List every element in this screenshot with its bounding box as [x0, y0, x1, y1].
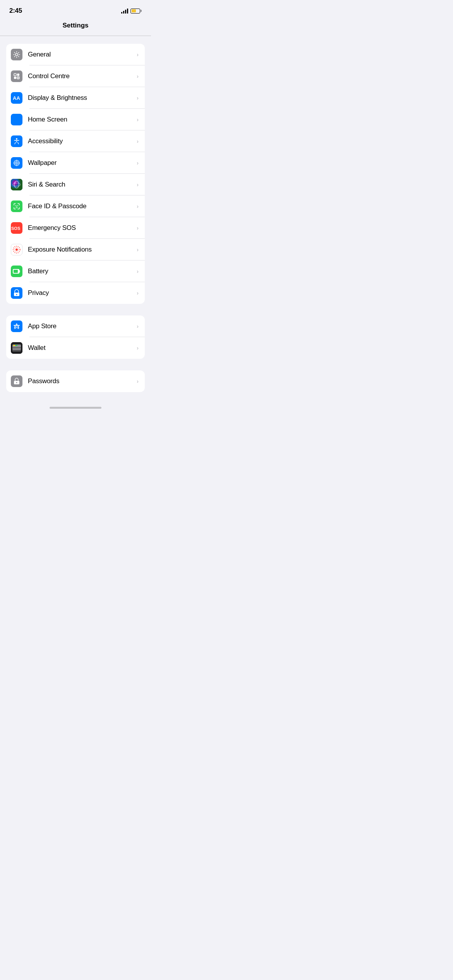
accessibility-label: Accessibility — [28, 137, 134, 145]
battery-icon — [11, 266, 22, 277]
sos-chevron: › — [137, 224, 139, 231]
privacy-icon — [11, 287, 22, 299]
display-chevron: › — [137, 94, 139, 101]
exposure-chevron: › — [137, 246, 139, 253]
passwords-chevron: › — [137, 378, 139, 384]
home-screen-icon — [11, 114, 22, 125]
wallpaper-chevron: › — [137, 159, 139, 166]
svg-point-12 — [16, 165, 17, 166]
general-chevron: › — [137, 51, 139, 58]
svg-rect-23 — [14, 270, 18, 273]
svg-point-7 — [16, 138, 17, 140]
svg-point-25 — [16, 294, 17, 295]
svg-rect-1 — [14, 74, 16, 76]
display-icon: AA — [11, 92, 22, 104]
privacy-label: Privacy — [28, 289, 134, 297]
svg-point-19 — [15, 248, 18, 251]
settings-group-2: App Store › Wallet › — [6, 315, 145, 359]
settings-item-privacy[interactable]: Privacy › — [6, 282, 145, 304]
settings-item-accessibility[interactable]: Accessibility › — [6, 130, 145, 152]
status-icons — [121, 8, 142, 14]
settings-item-faceid[interactable]: Face ID & Passcode › — [6, 195, 145, 217]
siri-label: Siri & Search — [28, 181, 134, 188]
appstore-label: App Store — [28, 322, 134, 330]
svg-point-11 — [16, 160, 17, 161]
settings-item-battery[interactable]: Battery › — [6, 260, 145, 282]
settings-item-wallet[interactable]: Wallet › — [6, 337, 145, 359]
svg-point-14 — [19, 163, 20, 163]
settings-item-exposure[interactable]: Exposure Notifications › — [6, 239, 145, 260]
sos-icon: SOS — [11, 222, 22, 234]
battery-label: Battery — [28, 267, 134, 275]
control-centre-label: Control Centre — [28, 72, 134, 80]
svg-point-0 — [15, 53, 18, 56]
wallpaper-icon — [11, 157, 22, 169]
general-label: General — [28, 51, 134, 58]
battery-status-icon — [130, 9, 142, 14]
home-screen-label: Home Screen — [28, 116, 134, 123]
appstore-icon — [11, 320, 22, 332]
svg-text:SOS: SOS — [11, 226, 20, 231]
control-centre-icon — [11, 70, 22, 82]
faceid-chevron: › — [137, 203, 139, 209]
settings-group-3: Passwords › — [6, 370, 145, 392]
wallet-icon — [11, 342, 22, 354]
wallet-chevron: › — [137, 344, 139, 351]
passwords-label: Passwords — [28, 377, 134, 385]
settings-group-1: General › Control Centre › AA — [6, 44, 145, 304]
svg-rect-3 — [14, 77, 16, 79]
control-centre-chevron: › — [137, 73, 139, 79]
home-bar — [50, 407, 101, 409]
general-icon — [11, 49, 22, 60]
display-label: Display & Brightness — [28, 94, 134, 102]
svg-point-13 — [14, 163, 14, 163]
settings-item-wallpaper[interactable]: Wallpaper › — [6, 152, 145, 174]
settings-item-general[interactable]: General › — [6, 44, 145, 65]
status-time: 2:45 — [9, 7, 22, 15]
siri-chevron: › — [137, 181, 139, 188]
accessibility-chevron: › — [137, 138, 139, 144]
svg-rect-32 — [15, 345, 17, 346]
privacy-chevron: › — [137, 290, 139, 296]
svg-point-34 — [16, 382, 17, 383]
settings-item-appstore[interactable]: App Store › — [6, 315, 145, 337]
svg-rect-30 — [12, 347, 21, 348]
settings-item-sos[interactable]: SOS Emergency SOS › — [6, 217, 145, 239]
faceid-icon — [11, 200, 22, 212]
exposure-label: Exposure Notifications — [28, 246, 134, 254]
settings-item-home-screen[interactable]: Home Screen › — [6, 109, 145, 130]
svg-text:AA: AA — [13, 95, 20, 101]
svg-rect-2 — [17, 74, 19, 76]
sos-label: Emergency SOS — [28, 224, 134, 232]
settings-item-siri[interactable]: Siri & Search › — [6, 174, 145, 195]
settings-item-control-centre[interactable]: Control Centre › — [6, 65, 145, 87]
settings-item-passwords[interactable]: Passwords › — [6, 370, 145, 392]
page-title: Settings — [0, 19, 151, 36]
home-screen-chevron: › — [137, 116, 139, 123]
appstore-chevron: › — [137, 323, 139, 329]
svg-rect-31 — [13, 345, 15, 346]
wallet-label: Wallet — [28, 344, 134, 352]
settings-item-display[interactable]: AA Display & Brightness › — [6, 87, 145, 109]
faceid-label: Face ID & Passcode — [28, 202, 134, 210]
svg-point-5 — [18, 77, 19, 78]
status-bar: 2:45 — [0, 0, 151, 19]
signal-icon — [121, 8, 128, 14]
settings-content: General › Control Centre › AA — [0, 36, 151, 404]
siri-icon — [11, 179, 22, 190]
passwords-icon — [11, 375, 22, 387]
battery-chevron: › — [137, 268, 139, 274]
accessibility-icon — [11, 135, 22, 147]
exposure-icon — [11, 244, 22, 255]
wallpaper-label: Wallpaper — [28, 159, 134, 167]
home-indicator — [0, 404, 151, 411]
